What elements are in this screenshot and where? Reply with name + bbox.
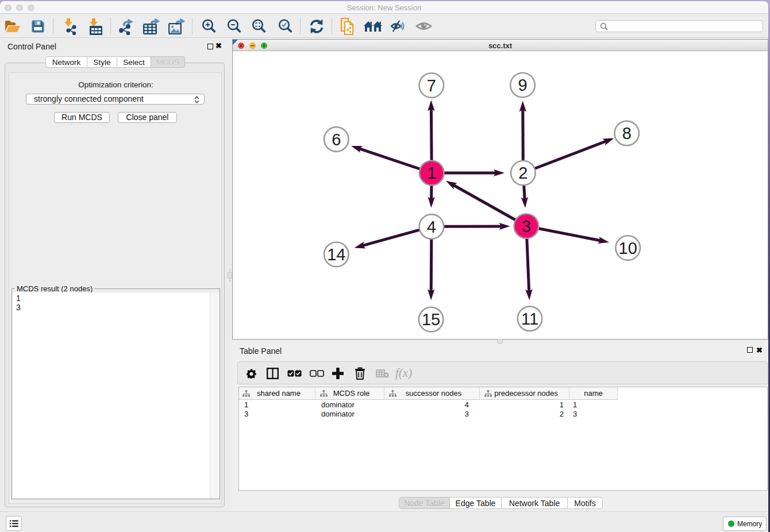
svg-text:3: 3 — [522, 217, 531, 236]
svg-text:7: 7 — [427, 76, 436, 95]
svg-text:1: 1 — [427, 164, 436, 182]
svg-text:8: 8 — [622, 124, 632, 142]
svg-text:11: 11 — [521, 310, 538, 328]
svg-text:4: 4 — [427, 218, 436, 236]
svg-text:10: 10 — [619, 239, 637, 257]
svg-text:6: 6 — [332, 130, 341, 149]
svg-text:9: 9 — [518, 76, 527, 94]
svg-text:14: 14 — [327, 245, 345, 264]
svg-text:2: 2 — [518, 164, 528, 182]
svg-text:15: 15 — [422, 310, 440, 329]
